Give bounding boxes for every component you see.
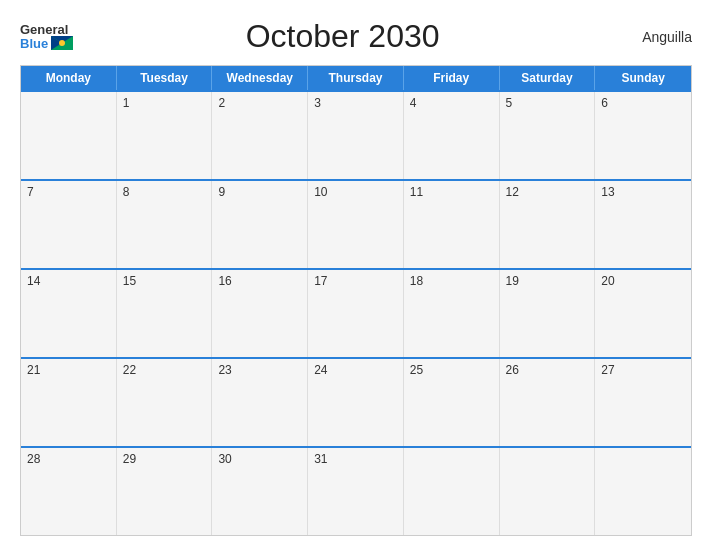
day-number: 14 — [27, 274, 40, 288]
calendar-cell — [595, 448, 691, 535]
logo: General Blue — [20, 23, 73, 50]
svg-point-3 — [59, 40, 65, 46]
calendar-cell: 22 — [117, 359, 213, 446]
day-of-week-header: Tuesday — [117, 66, 213, 90]
day-number: 2 — [218, 96, 225, 110]
day-number: 25 — [410, 363, 423, 377]
day-number: 26 — [506, 363, 519, 377]
day-number: 23 — [218, 363, 231, 377]
day-number: 19 — [506, 274, 519, 288]
day-number: 9 — [218, 185, 225, 199]
day-of-week-header: Thursday — [308, 66, 404, 90]
calendar-cell: 5 — [500, 92, 596, 179]
day-number: 4 — [410, 96, 417, 110]
calendar-cell: 13 — [595, 181, 691, 268]
calendar-cell: 21 — [21, 359, 117, 446]
day-number: 12 — [506, 185, 519, 199]
calendar-cell: 25 — [404, 359, 500, 446]
calendar-week: 78910111213 — [21, 179, 691, 268]
calendar-cell: 27 — [595, 359, 691, 446]
calendar-cell: 23 — [212, 359, 308, 446]
calendar-cell — [500, 448, 596, 535]
calendar-cell: 30 — [212, 448, 308, 535]
day-of-week-header: Saturday — [500, 66, 596, 90]
day-number: 1 — [123, 96, 130, 110]
calendar-cell: 14 — [21, 270, 117, 357]
calendar-body: 1234567891011121314151617181920212223242… — [21, 90, 691, 535]
country-label: Anguilla — [612, 29, 692, 45]
page: General Blue October 2030 Anguilla Monda… — [0, 0, 712, 550]
logo-general-text: General — [20, 23, 73, 36]
calendar-cell: 10 — [308, 181, 404, 268]
day-number: 6 — [601, 96, 608, 110]
day-number: 20 — [601, 274, 614, 288]
calendar-cell: 1 — [117, 92, 213, 179]
calendar-cell: 8 — [117, 181, 213, 268]
calendar-cell: 9 — [212, 181, 308, 268]
calendar-cell: 19 — [500, 270, 596, 357]
calendar-title: October 2030 — [73, 18, 612, 55]
calendar-cell: 4 — [404, 92, 500, 179]
calendar-cell: 28 — [21, 448, 117, 535]
day-number: 30 — [218, 452, 231, 466]
day-of-week-header: Monday — [21, 66, 117, 90]
logo-blue-text: Blue — [20, 37, 48, 50]
day-number: 3 — [314, 96, 321, 110]
day-number: 17 — [314, 274, 327, 288]
day-number: 7 — [27, 185, 34, 199]
calendar-cell: 2 — [212, 92, 308, 179]
day-number: 11 — [410, 185, 423, 199]
day-number: 28 — [27, 452, 40, 466]
calendar-cell: 16 — [212, 270, 308, 357]
calendar-cell: 20 — [595, 270, 691, 357]
calendar-cell: 18 — [404, 270, 500, 357]
day-of-week-header: Friday — [404, 66, 500, 90]
day-number: 13 — [601, 185, 614, 199]
calendar-week: 14151617181920 — [21, 268, 691, 357]
day-of-week-header: Wednesday — [212, 66, 308, 90]
day-number: 24 — [314, 363, 327, 377]
day-number: 21 — [27, 363, 40, 377]
day-number: 18 — [410, 274, 423, 288]
day-number: 10 — [314, 185, 327, 199]
calendar-cell: 31 — [308, 448, 404, 535]
day-number: 29 — [123, 452, 136, 466]
calendar-cell: 12 — [500, 181, 596, 268]
calendar-cell: 6 — [595, 92, 691, 179]
calendar-cell: 26 — [500, 359, 596, 446]
calendar-cell: 29 — [117, 448, 213, 535]
calendar-cell: 24 — [308, 359, 404, 446]
calendar-cell — [404, 448, 500, 535]
day-number: 31 — [314, 452, 327, 466]
calendar: MondayTuesdayWednesdayThursdayFridaySatu… — [20, 65, 692, 536]
calendar-week: 21222324252627 — [21, 357, 691, 446]
calendar-cell — [21, 92, 117, 179]
calendar-cell: 17 — [308, 270, 404, 357]
day-of-week-header: Sunday — [595, 66, 691, 90]
calendar-week: 123456 — [21, 90, 691, 179]
calendar-cell: 15 — [117, 270, 213, 357]
calendar-week: 28293031 — [21, 446, 691, 535]
logo-flag-icon — [51, 36, 73, 50]
header: General Blue October 2030 Anguilla — [20, 18, 692, 55]
calendar-cell: 3 — [308, 92, 404, 179]
day-number: 8 — [123, 185, 130, 199]
calendar-cell: 7 — [21, 181, 117, 268]
day-number: 22 — [123, 363, 136, 377]
calendar-header-row: MondayTuesdayWednesdayThursdayFridaySatu… — [21, 66, 691, 90]
day-number: 16 — [218, 274, 231, 288]
calendar-cell: 11 — [404, 181, 500, 268]
day-number: 15 — [123, 274, 136, 288]
day-number: 27 — [601, 363, 614, 377]
day-number: 5 — [506, 96, 513, 110]
